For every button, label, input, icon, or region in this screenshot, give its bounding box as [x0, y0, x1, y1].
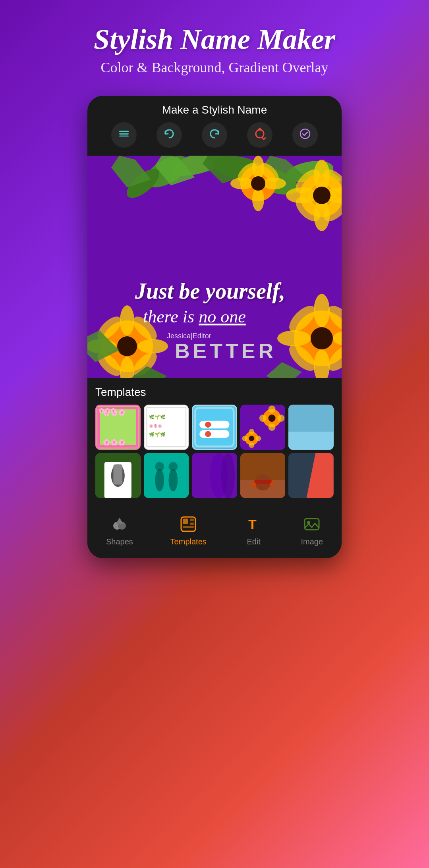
- svg-rect-0: [119, 135, 129, 137]
- template-item[interactable]: [192, 405, 237, 450]
- undo-icon: [163, 127, 176, 143]
- layers-icon: [118, 127, 130, 143]
- app-title: Stylish Name Maker: [16, 24, 413, 55]
- svg-text:there is no one: there is no one: [143, 307, 246, 326]
- svg-rect-94: [288, 432, 334, 449]
- templates-grid: 🌸🌸🌸 🌸🌸🌸 🌿🌱🌿 🌸🌷🌸 🌿🌱🌿: [95, 405, 334, 498]
- svg-point-36: [251, 176, 265, 191]
- svg-rect-93: [288, 405, 334, 432]
- layers-button[interactable]: [111, 122, 137, 148]
- svg-point-112: [270, 482, 274, 487]
- nav-label-shapes: Shapes: [106, 537, 133, 546]
- header-section: Stylish Name Maker Color & Background, G…: [0, 0, 429, 88]
- undo-button[interactable]: [157, 122, 182, 148]
- svg-point-89: [242, 436, 247, 442]
- nav-label-image: Image: [301, 537, 323, 546]
- svg-marker-117: [116, 518, 124, 524]
- svg-text:🌿🌱🌿: 🌿🌱🌿: [149, 414, 166, 420]
- nav-item-image[interactable]: Image: [301, 514, 323, 546]
- nav-label-edit: Edit: [247, 537, 260, 546]
- svg-text:🌸🌸🌸: 🌸🌸🌸: [103, 439, 126, 446]
- refresh-button[interactable]: [247, 122, 272, 148]
- template-item[interactable]: [144, 453, 189, 498]
- nav-item-edit[interactable]: T Edit: [244, 514, 264, 546]
- template-item[interactable]: [240, 405, 286, 450]
- canvas-area[interactable]: Just be yourself, there is no one Jessic…: [87, 156, 342, 378]
- svg-rect-121: [190, 523, 194, 525]
- svg-rect-1: [119, 133, 129, 135]
- svg-point-88: [249, 443, 254, 448]
- svg-rect-122: [183, 526, 194, 528]
- bottom-nav: Shapes Templates T Edit: [87, 506, 342, 558]
- template-item[interactable]: [288, 453, 334, 498]
- svg-text:🌸🌸🌸: 🌸🌸🌸: [103, 409, 126, 416]
- svg-point-106: [221, 453, 235, 498]
- nav-item-templates[interactable]: Templates: [170, 514, 207, 546]
- app-subtitle: Color & Background, Gradient Overlay: [16, 59, 413, 76]
- templates-label: Templates: [95, 386, 334, 399]
- svg-point-90: [255, 436, 261, 442]
- image-icon: [302, 514, 322, 534]
- svg-rect-77: [199, 430, 229, 438]
- template-item[interactable]: [95, 453, 141, 498]
- template-item[interactable]: [192, 453, 237, 498]
- svg-point-50: [277, 330, 311, 346]
- svg-point-3: [300, 129, 310, 139]
- svg-point-48: [314, 294, 330, 327]
- svg-rect-98: [113, 464, 122, 484]
- svg-point-46: [117, 336, 137, 356]
- svg-point-87: [249, 429, 254, 435]
- svg-point-84: [277, 415, 284, 422]
- toolbar: Make a Stylish Name: [87, 96, 342, 156]
- svg-point-111: [251, 482, 256, 487]
- nav-item-shapes[interactable]: Shapes: [106, 514, 133, 546]
- svg-text:BETTER: BETTER: [175, 339, 276, 363]
- svg-point-83: [259, 415, 267, 422]
- svg-rect-119: [183, 519, 188, 524]
- svg-point-85: [268, 415, 275, 422]
- svg-text:T: T: [248, 517, 257, 532]
- toolbar-icons: [111, 122, 318, 148]
- template-item[interactable]: [240, 453, 286, 498]
- nav-label-templates: Templates: [170, 537, 207, 546]
- done-button[interactable]: [292, 122, 318, 148]
- toolbar-title: Make a Stylish Name: [162, 104, 267, 116]
- svg-point-103: [168, 462, 178, 471]
- edit-icon: T: [244, 514, 264, 534]
- svg-point-81: [268, 405, 275, 413]
- templates-nav-icon: [178, 514, 198, 534]
- templates-section: Templates 🌸🌸🌸 🌸🌸🌸: [87, 378, 342, 506]
- template-item[interactable]: [288, 405, 334, 450]
- redo-button[interactable]: [202, 122, 227, 148]
- template-item[interactable]: 🌸🌸🌸 🌸🌸🌸: [95, 405, 141, 450]
- svg-rect-99: [144, 453, 189, 498]
- svg-text:🌿🌱🌿: 🌿🌱🌿: [149, 432, 166, 437]
- redo-icon: [208, 127, 221, 143]
- svg-point-38: [120, 305, 134, 336]
- svg-rect-75: [199, 421, 229, 428]
- svg-point-56: [311, 327, 333, 349]
- svg-point-100: [155, 469, 164, 492]
- svg-text:Just be yourself,: Just be yourself,: [135, 279, 285, 303]
- svg-point-101: [168, 469, 178, 492]
- svg-rect-110: [254, 480, 272, 484]
- svg-rect-120: [190, 519, 194, 521]
- svg-text:Jessica|Editor: Jessica|Editor: [167, 332, 211, 340]
- template-item[interactable]: 🌿🌱🌿 🌸🌷🌸 🌿🌱🌿: [144, 405, 189, 450]
- svg-point-31: [252, 187, 264, 211]
- svg-rect-124: [305, 519, 319, 530]
- svg-point-102: [155, 462, 164, 471]
- save-icon: [299, 127, 311, 143]
- svg-point-28: [313, 187, 330, 204]
- svg-point-91: [249, 436, 254, 442]
- phone-mockup: Make a Stylish Name: [87, 96, 342, 558]
- refresh-icon: [253, 127, 266, 143]
- svg-point-41: [138, 339, 168, 353]
- svg-rect-2: [119, 131, 129, 132]
- svg-point-82: [268, 424, 275, 431]
- svg-text:🌸🌷🌸: 🌸🌷🌸: [149, 424, 162, 428]
- shapes-icon: [110, 514, 129, 534]
